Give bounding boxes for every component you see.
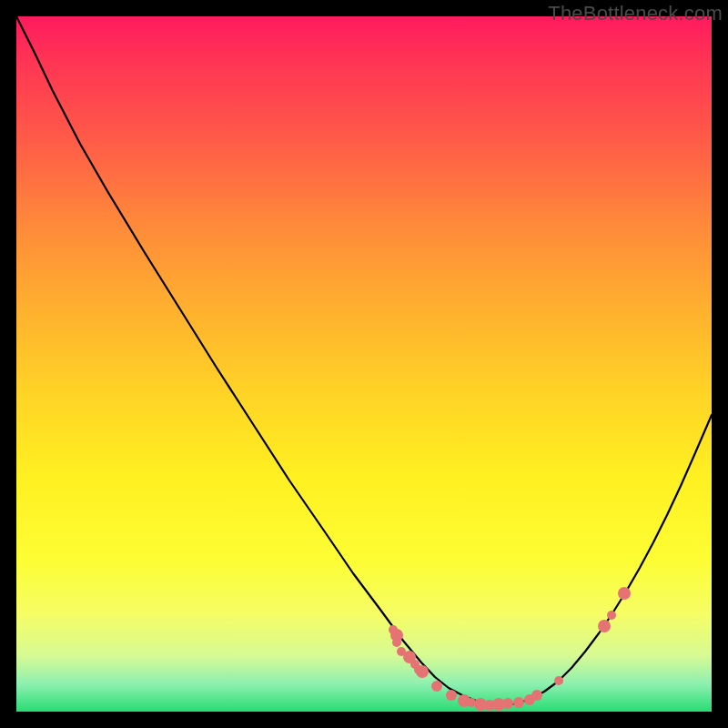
data-point <box>446 690 457 701</box>
data-point <box>416 665 429 678</box>
watermark-text: TheBottleneck.com <box>548 2 723 25</box>
data-point <box>513 697 524 708</box>
data-point <box>607 611 616 620</box>
data-point <box>531 690 542 701</box>
data-point <box>431 681 442 692</box>
data-point <box>618 587 631 600</box>
data-points-group <box>389 587 631 711</box>
data-point <box>598 620 611 632</box>
data-point <box>502 698 513 709</box>
data-point <box>554 676 563 685</box>
chart-svg <box>16 16 712 712</box>
data-point <box>392 638 401 647</box>
bottleneck-curve <box>16 16 712 705</box>
